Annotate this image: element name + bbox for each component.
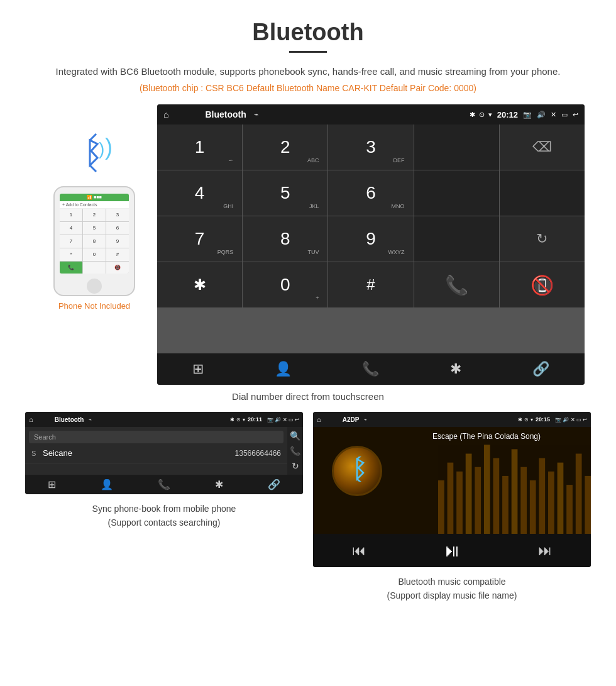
caption-music: Bluetooth music compatible(Support displ… bbox=[387, 575, 517, 603]
svg-rect-21 bbox=[576, 454, 582, 534]
dial-key-5[interactable]: 5JKL bbox=[243, 170, 327, 216]
phone-not-included: Phone Not Included bbox=[58, 301, 130, 311]
pb-nav-phone[interactable]: 📞 bbox=[158, 479, 170, 490]
svg-rect-13 bbox=[502, 476, 509, 534]
nav-phone-icon[interactable]: 📞 bbox=[352, 358, 389, 380]
dial-key-hash[interactable]: # bbox=[328, 262, 413, 307]
dial-empty-1 bbox=[414, 124, 499, 170]
dial-call-red[interactable]: 📵 bbox=[500, 262, 585, 307]
nav-link-icon[interactable]: 🔗 bbox=[522, 358, 559, 380]
music-bt-icon bbox=[346, 456, 368, 486]
music-status-bar: ⌂ A2DP ⌁ ✱⊙▾ 20:15 📷 🔊 ✕ ▭ ↩ bbox=[313, 412, 591, 427]
pb-search-icon[interactable]: 🔍 bbox=[290, 431, 300, 441]
caption-phonebook: Sync phone-book from mobile phone(Suppor… bbox=[92, 502, 236, 530]
pb-home-icon[interactable]: ⌂ bbox=[29, 416, 33, 423]
music-album-art bbox=[332, 446, 382, 496]
pb-refresh-icon[interactable]: ↻ bbox=[292, 461, 299, 471]
svg-rect-16 bbox=[530, 480, 536, 534]
dial-key-9[interactable]: 9WXYZ bbox=[328, 216, 413, 262]
pb-side-actions: 🔍 📞 ↻ bbox=[287, 427, 303, 475]
nav-bluetooth-icon[interactable]: ✱ bbox=[440, 358, 471, 380]
nav-grid-icon[interactable]: ⊞ bbox=[182, 358, 214, 380]
svg-rect-17 bbox=[539, 458, 545, 534]
dial-empty-3 bbox=[500, 170, 585, 216]
svg-rect-11 bbox=[484, 445, 490, 534]
music-block: ⌂ A2DP ⌁ ✱⊙▾ 20:15 📷 🔊 ✕ ▭ ↩ Escape (The… bbox=[313, 412, 591, 603]
dial-empty-2 bbox=[414, 170, 499, 216]
svg-rect-8 bbox=[456, 472, 463, 534]
svg-rect-22 bbox=[585, 476, 591, 534]
dial-key-0[interactable]: 0+ bbox=[243, 262, 327, 307]
pb-time: 20:11 bbox=[248, 416, 262, 423]
music-controls: ⏮ ⏯ ⏭ bbox=[313, 534, 591, 567]
play-pause-icon[interactable]: ⏯ bbox=[443, 540, 461, 561]
pb-call-icon[interactable]: 📞 bbox=[290, 446, 300, 456]
volume-icon[interactable]: 🔊 bbox=[537, 111, 546, 119]
close-icon[interactable]: ✕ bbox=[551, 111, 556, 119]
svg-rect-15 bbox=[520, 467, 527, 534]
pb-nav-user[interactable]: 👤 bbox=[101, 479, 113, 490]
back-icon[interactable]: ↩ bbox=[573, 111, 578, 119]
dial-key-6[interactable]: 6MNO bbox=[328, 170, 413, 216]
svg-line-3 bbox=[90, 134, 96, 140]
music-eq-visual bbox=[438, 427, 591, 534]
dial-pad: 1∽ 2ABC 3DEF ⌫ 4GHI 5JKL 6MNO bbox=[157, 124, 585, 353]
music-screen: ⌂ A2DP ⌁ ✱⊙▾ 20:15 📷 🔊 ✕ ▭ ↩ Escape (The… bbox=[313, 412, 591, 567]
pb-contact-row[interactable]: S Seicane 13566664466 bbox=[25, 443, 287, 463]
status-bar: ⌂ Bluetooth ⌁ ✱⊙▾ 20:12 📷 🔊 ✕ ▭ ↩ bbox=[157, 104, 585, 124]
music-time: 20:15 bbox=[536, 416, 550, 423]
dial-key-star[interactable]: ✱ bbox=[157, 262, 242, 307]
dial-empty-4 bbox=[414, 216, 499, 262]
music-home-icon[interactable]: ⌂ bbox=[317, 416, 321, 423]
status-icons: ✱⊙▾ bbox=[470, 111, 492, 119]
phonebook-block: ⌂ Bluetooth ⌁ ✱⊙▾ 20:11 📷 🔊 ✕ ▭ ↩ Search… bbox=[25, 412, 303, 603]
prev-icon[interactable]: ⏮ bbox=[352, 543, 366, 559]
car-dial-screen: ⌂ Bluetooth ⌁ ✱⊙▾ 20:12 📷 🔊 ✕ ▭ ↩ 1∽ 2AB… bbox=[157, 104, 585, 385]
music-status-icons: ✱⊙▾ bbox=[518, 417, 533, 423]
svg-line-5 bbox=[357, 456, 363, 459]
dial-key-3[interactable]: 3DEF bbox=[328, 124, 413, 170]
pb-nav-link[interactable]: 🔗 bbox=[268, 479, 280, 490]
window-icon[interactable]: ▭ bbox=[561, 111, 568, 119]
pb-nav-bt[interactable]: ✱ bbox=[215, 479, 223, 490]
pb-nav-grid[interactable]: ⊞ bbox=[48, 479, 56, 490]
nav-contacts-icon[interactable]: 👤 bbox=[265, 358, 302, 380]
svg-rect-6 bbox=[438, 480, 444, 534]
pb-number: 13566664466 bbox=[235, 449, 281, 458]
pb-status-icons: ✱⊙▾ bbox=[230, 417, 245, 423]
svg-text:): ) bbox=[105, 134, 113, 160]
camera-icon[interactable]: 📷 bbox=[523, 111, 532, 119]
phonebook-screen: ⌂ Bluetooth ⌁ ✱⊙▾ 20:11 📷 🔊 ✕ ▭ ↩ Search… bbox=[25, 412, 303, 494]
dial-key-1[interactable]: 1∽ bbox=[157, 124, 242, 170]
svg-rect-12 bbox=[493, 458, 499, 534]
bottom-nav: ⊞ 👤 📞 ✱ 🔗 bbox=[157, 353, 585, 385]
svg-rect-14 bbox=[512, 449, 518, 534]
title-divider bbox=[289, 51, 327, 53]
dial-key-8[interactable]: 8TUV bbox=[243, 216, 327, 262]
subtitle-text: Integrated with BC6 Bluetooth module, su… bbox=[0, 64, 616, 79]
usb-icon: ⌁ bbox=[254, 110, 258, 119]
svg-line-2 bbox=[90, 165, 96, 172]
caption-main: Dial number direct from touchscreen bbox=[0, 391, 616, 402]
dial-key-2[interactable]: 2ABC bbox=[243, 124, 327, 170]
next-icon[interactable]: ⏭ bbox=[538, 543, 552, 559]
dial-refresh[interactable]: ↻ bbox=[500, 216, 585, 262]
pb-name: Seicane bbox=[43, 448, 235, 458]
svg-line-4 bbox=[357, 479, 363, 482]
dial-key-4[interactable]: 4GHI bbox=[157, 170, 242, 216]
bluetooth-graphic: ) ) bbox=[66, 130, 123, 180]
pb-search-field[interactable]: Search bbox=[29, 431, 283, 443]
screen-title: Bluetooth bbox=[205, 109, 246, 119]
page-title: Bluetooth bbox=[0, 0, 616, 51]
svg-rect-19 bbox=[558, 463, 564, 534]
svg-rect-20 bbox=[566, 485, 573, 534]
dial-call-green[interactable]: 📞 bbox=[414, 262, 499, 307]
dial-key-7[interactable]: 7PQRS bbox=[157, 216, 242, 262]
pb-bottom-nav: ⊞ 👤 📞 ✱ 🔗 bbox=[25, 475, 303, 494]
dial-backspace[interactable]: ⌫ bbox=[500, 124, 585, 170]
svg-rect-7 bbox=[447, 463, 453, 534]
home-icon[interactable]: ⌂ bbox=[163, 109, 168, 119]
svg-rect-18 bbox=[548, 472, 554, 534]
music-title: A2DP bbox=[343, 416, 360, 423]
svg-text:): ) bbox=[99, 139, 104, 158]
